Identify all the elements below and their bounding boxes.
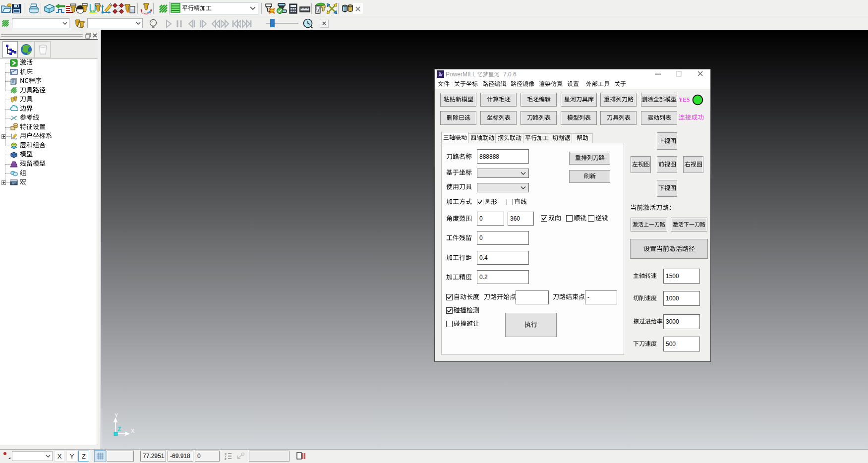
svg-text:X: X: [131, 428, 135, 434]
svg-text:Y: Y: [115, 412, 118, 418]
svg-text:Z: Z: [225, 458, 227, 461]
svg-text:Z: Z: [117, 426, 121, 433]
